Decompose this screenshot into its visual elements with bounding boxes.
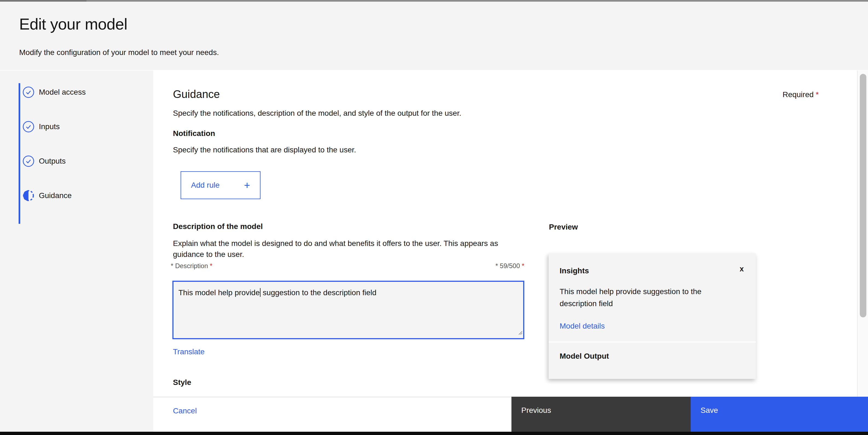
counter-required-asterisk: *	[520, 262, 524, 270]
notification-title: Notification	[173, 129, 215, 138]
description-section-help: Explain what the model is designed to do…	[173, 238, 499, 260]
sidebar-step-model-access[interactable]: Model access	[23, 86, 86, 98]
progress-indicator-line	[19, 83, 20, 224]
style-section-title: Style	[173, 378, 191, 387]
step-complete-icon	[23, 86, 34, 98]
card-divider	[549, 341, 756, 343]
label-required-asterisk: *	[208, 262, 212, 270]
add-rule-label: Add rule	[191, 181, 219, 190]
cancel-button[interactable]: Cancel	[173, 407, 197, 415]
sidebar-step-outputs[interactable]: Guidance Outputs	[23, 155, 66, 167]
label-text: Description	[175, 262, 208, 270]
counter-value: 59/500	[500, 262, 520, 270]
step-label: Guidance	[39, 191, 72, 200]
sidebar-step-guidance[interactable]: Guidance	[23, 190, 72, 201]
step-label: Model access	[39, 88, 86, 97]
description-label-row: * Description * * 59/500 *	[171, 262, 524, 270]
scrollbar-thumb[interactable]	[860, 74, 866, 317]
close-icon[interactable]: x	[740, 264, 744, 274]
step-label: Outputs	[39, 157, 66, 165]
notification-description: Specify the notifications that are displ…	[173, 146, 356, 154]
progress-sidebar: Model access Inputs Guidance Outputs Gui…	[0, 70, 153, 432]
textarea-text-after-caret: suggestion to the description field	[260, 288, 376, 297]
description-textarea[interactable]: This model help provide suggestion to th…	[173, 281, 524, 339]
plus-icon: +	[244, 180, 250, 190]
bottom-screen-edge	[0, 432, 868, 435]
scrollbar-track	[857, 70, 868, 397]
textarea-text-before-caret: This model help provide	[178, 288, 260, 297]
page-subtitle: Modify the configuration of your model t…	[19, 48, 219, 57]
label-asterisk: *	[171, 262, 175, 270]
preview-card-header: Insights	[560, 267, 589, 275]
model-output-label: Model Output	[560, 352, 609, 361]
preview-title: Preview	[549, 223, 578, 231]
required-asterisk: *	[816, 90, 819, 99]
model-details-link[interactable]: Model details	[560, 322, 605, 331]
counter-asterisk: *	[496, 262, 500, 270]
character-counter: * 59/500 *	[496, 262, 524, 270]
page-title: Edit your model	[19, 15, 127, 33]
section-heading: Guidance	[173, 88, 220, 100]
footer-action-bar: Cancel Previous Save	[153, 397, 868, 432]
step-label: Inputs	[39, 122, 60, 131]
required-note: Required *	[783, 90, 819, 99]
preview-card-body: This model help provide suggestion to th…	[560, 286, 724, 310]
preview-card: Insights x This model help provide sugge…	[549, 253, 756, 379]
form-content-area: Guidance Required * Specify the notifica…	[153, 70, 857, 397]
previous-button[interactable]: Previous	[512, 397, 691, 432]
save-button[interactable]: Save	[691, 397, 868, 432]
description-field-label: * Description *	[171, 262, 212, 270]
description-section-title: Description of the model	[173, 222, 263, 231]
edit-model-page: Edit your model Modify the configuration…	[0, 0, 868, 435]
step-complete-icon	[23, 121, 34, 133]
section-description: Specify the notifications, description o…	[173, 109, 461, 118]
step-current-half-circle-icon	[23, 190, 34, 201]
textarea-resize-handle[interactable]	[517, 328, 523, 338]
required-note-text: Required	[783, 90, 814, 99]
add-rule-button[interactable]: Add rule +	[181, 171, 260, 199]
sidebar-step-inputs[interactable]: Inputs	[23, 121, 60, 133]
page-header: Edit your model Modify the configuration…	[0, 2, 868, 70]
translate-link[interactable]: Translate	[173, 347, 205, 356]
footer-cancel-area: Cancel	[153, 397, 512, 432]
step-complete-icon	[23, 155, 34, 167]
